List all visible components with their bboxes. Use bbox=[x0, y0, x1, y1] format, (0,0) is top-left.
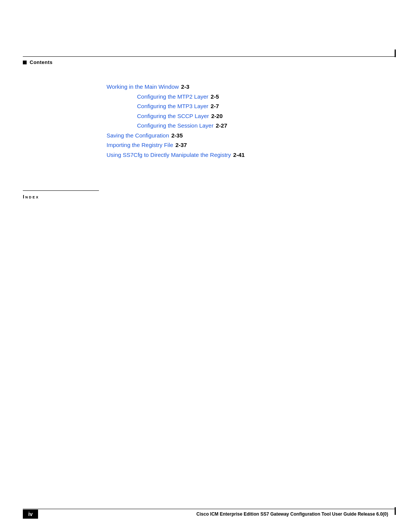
toc-number-working-main-window: 2-3 bbox=[181, 82, 190, 92]
toc-link-sccp[interactable]: Configuring the SCCP Layer bbox=[137, 111, 209, 121]
toc-link-saving[interactable]: Saving the Configuration bbox=[107, 131, 169, 141]
toc-number-importing: 2-37 bbox=[175, 140, 187, 150]
toc-item-ss7cfg: Using SS7Cfg to Directly Manipulate the … bbox=[107, 150, 245, 160]
index-line bbox=[23, 190, 99, 191]
toc-area: Working in the Main Window 2-3 Configuri… bbox=[107, 82, 245, 160]
toc-number-ss7cfg: 2-41 bbox=[233, 150, 245, 160]
toc-link-ss7cfg[interactable]: Using SS7Cfg to Directly Manipulate the … bbox=[107, 150, 231, 160]
toc-link-importing[interactable]: Importing the Registry File bbox=[107, 140, 173, 150]
toc-item-session: Configuring the Session Layer 2-27 bbox=[107, 121, 245, 131]
toc-link-session[interactable]: Configuring the Session Layer bbox=[137, 121, 213, 131]
toc-link-mtp2[interactable]: Configuring the MTP2 Layer bbox=[137, 92, 209, 102]
index-section: Index bbox=[23, 190, 99, 200]
top-right-bar bbox=[395, 50, 396, 57]
toc-link-mtp3[interactable]: Configuring the MTP3 Layer bbox=[137, 101, 209, 111]
contents-square-icon bbox=[23, 61, 27, 64]
toc-item-mtp3: Configuring the MTP3 Layer 2-7 bbox=[107, 101, 245, 111]
toc-number-session: 2-27 bbox=[216, 121, 227, 131]
toc-item-working-main-window: Working in the Main Window 2-3 bbox=[107, 82, 245, 92]
contents-label: Contents bbox=[30, 59, 53, 65]
page: Contents Working in the Main Window 2-3 … bbox=[0, 0, 411, 532]
toc-item-saving: Saving the Configuration 2-35 bbox=[107, 131, 245, 141]
index-label: Index bbox=[23, 194, 40, 200]
toc-number-sccp: 2-20 bbox=[211, 111, 223, 121]
bottom-right-bar bbox=[395, 507, 396, 515]
toc-link-working-main-window[interactable]: Working in the Main Window bbox=[107, 82, 179, 92]
footer: iv Cisco ICM Enterprise Edition SS7 Gate… bbox=[23, 510, 388, 519]
toc-item-mtp2: Configuring the MTP2 Layer 2-5 bbox=[107, 92, 245, 102]
toc-number-mtp2: 2-5 bbox=[211, 92, 219, 102]
toc-item-sccp: Configuring the SCCP Layer 2-20 bbox=[107, 111, 245, 121]
contents-header: Contents bbox=[23, 59, 53, 65]
toc-number-saving: 2-35 bbox=[171, 131, 183, 141]
footer-document-title: Cisco ICM Enterprise Edition SS7 Gateway… bbox=[196, 511, 388, 517]
toc-number-mtp3: 2-7 bbox=[211, 101, 219, 111]
bottom-border bbox=[23, 509, 396, 509]
top-border bbox=[23, 56, 396, 57]
page-number: iv bbox=[23, 510, 38, 519]
toc-item-importing: Importing the Registry File 2-37 bbox=[107, 140, 245, 150]
